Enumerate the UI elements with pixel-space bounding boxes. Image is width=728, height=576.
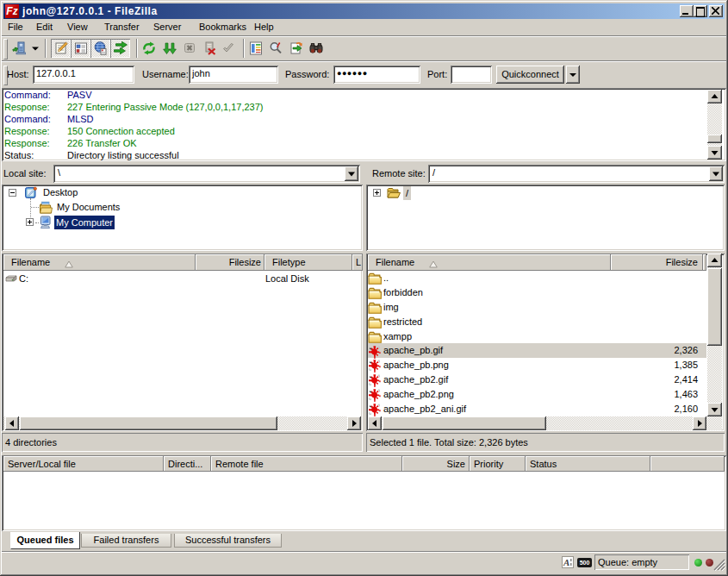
svg-text:A: A bbox=[563, 557, 569, 567]
